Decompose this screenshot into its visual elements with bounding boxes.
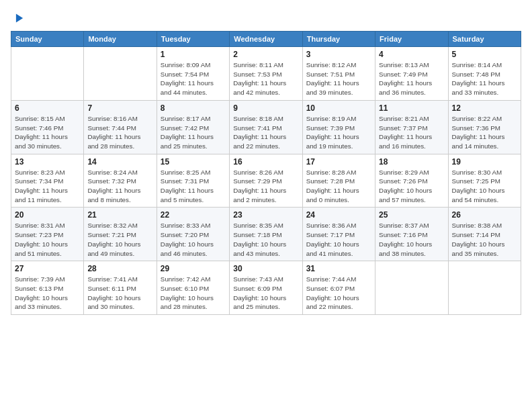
- logo: [11, 11, 27, 26]
- cell-info: Sunrise: 8:21 AM Sunset: 7:37 PM Dayligh…: [379, 114, 444, 151]
- cell-info: Sunrise: 8:16 AM Sunset: 7:44 PM Dayligh…: [87, 114, 152, 151]
- calendar-cell: 26Sunrise: 8:38 AM Sunset: 7:14 PM Dayli…: [448, 208, 521, 261]
- calendar-cell: 30Sunrise: 7:43 AM Sunset: 6:09 PM Dayli…: [230, 261, 302, 315]
- day-number: 6: [15, 103, 80, 113]
- day-number: 28: [87, 264, 152, 273]
- calendar-cell: 31Sunrise: 7:44 AM Sunset: 6:07 PM Dayli…: [302, 261, 375, 315]
- weekday-header-sunday: Sunday: [11, 32, 84, 47]
- calendar-cell: 1Sunrise: 8:09 AM Sunset: 7:54 PM Daylig…: [157, 47, 229, 101]
- calendar-cell: 22Sunrise: 8:33 AM Sunset: 7:20 PM Dayli…: [157, 208, 229, 261]
- calendar-cell: 4Sunrise: 8:13 AM Sunset: 7:49 PM Daylig…: [375, 47, 448, 101]
- day-number: 29: [161, 264, 226, 273]
- day-number: 16: [233, 157, 298, 167]
- cell-info: Sunrise: 8:17 AM Sunset: 7:42 PM Dayligh…: [161, 114, 226, 151]
- day-number: 22: [161, 210, 226, 220]
- cell-info: Sunrise: 8:19 AM Sunset: 7:39 PM Dayligh…: [306, 114, 371, 151]
- calendar-cell: 6Sunrise: 8:15 AM Sunset: 7:46 PM Daylig…: [11, 100, 84, 154]
- calendar-cell: [375, 261, 448, 315]
- day-number: 24: [306, 210, 371, 220]
- weekday-header-thursday: Thursday: [302, 32, 375, 47]
- cell-info: Sunrise: 8:36 AM Sunset: 7:17 PM Dayligh…: [306, 221, 371, 258]
- day-number: 4: [379, 50, 444, 59]
- cell-info: Sunrise: 8:14 AM Sunset: 7:48 PM Dayligh…: [452, 60, 517, 97]
- calendar-cell: 29Sunrise: 7:42 AM Sunset: 6:10 PM Dayli…: [157, 261, 229, 315]
- calendar-cell: 15Sunrise: 8:25 AM Sunset: 7:31 PM Dayli…: [157, 154, 229, 208]
- day-number: 25: [379, 210, 444, 220]
- day-number: 9: [233, 103, 298, 113]
- calendar-cell: 7Sunrise: 8:16 AM Sunset: 7:44 PM Daylig…: [84, 100, 157, 154]
- cell-info: Sunrise: 8:22 AM Sunset: 7:36 PM Dayligh…: [452, 114, 517, 151]
- cell-info: Sunrise: 8:28 AM Sunset: 7:28 PM Dayligh…: [306, 168, 371, 205]
- cell-info: Sunrise: 8:30 AM Sunset: 7:25 PM Dayligh…: [452, 168, 517, 205]
- cell-info: Sunrise: 8:11 AM Sunset: 7:53 PM Dayligh…: [233, 60, 298, 97]
- day-number: 3: [306, 50, 371, 59]
- day-number: 1: [161, 50, 226, 59]
- calendar-cell: 20Sunrise: 8:31 AM Sunset: 7:23 PM Dayli…: [11, 208, 84, 261]
- weekday-header-monday: Monday: [84, 32, 157, 47]
- calendar-cell: 12Sunrise: 8:22 AM Sunset: 7:36 PM Dayli…: [448, 100, 521, 154]
- calendar-week-row: 20Sunrise: 8:31 AM Sunset: 7:23 PM Dayli…: [11, 208, 521, 261]
- calendar-cell: 9Sunrise: 8:18 AM Sunset: 7:41 PM Daylig…: [230, 100, 302, 154]
- cell-info: Sunrise: 8:32 AM Sunset: 7:21 PM Dayligh…: [87, 221, 152, 258]
- day-number: 21: [87, 210, 152, 220]
- calendar-week-row: 27Sunrise: 7:39 AM Sunset: 6:13 PM Dayli…: [11, 261, 521, 315]
- calendar-cell: 5Sunrise: 8:14 AM Sunset: 7:48 PM Daylig…: [448, 47, 521, 101]
- day-number: 14: [87, 157, 152, 167]
- day-number: 30: [233, 264, 298, 273]
- cell-info: Sunrise: 8:23 AM Sunset: 7:34 PM Dayligh…: [15, 168, 80, 205]
- day-number: 23: [233, 210, 298, 220]
- cell-info: Sunrise: 8:18 AM Sunset: 7:41 PM Dayligh…: [233, 114, 298, 151]
- day-number: 10: [306, 103, 371, 113]
- calendar-cell: 25Sunrise: 8:37 AM Sunset: 7:16 PM Dayli…: [375, 208, 448, 261]
- day-number: 15: [161, 157, 226, 167]
- day-number: 17: [306, 157, 371, 167]
- weekday-header-friday: Friday: [375, 32, 448, 47]
- day-number: 5: [452, 50, 517, 59]
- cell-info: Sunrise: 8:35 AM Sunset: 7:18 PM Dayligh…: [233, 221, 298, 258]
- calendar-week-row: 13Sunrise: 8:23 AM Sunset: 7:34 PM Dayli…: [11, 154, 521, 208]
- calendar-cell: 8Sunrise: 8:17 AM Sunset: 7:42 PM Daylig…: [157, 100, 229, 154]
- day-number: 2: [233, 50, 298, 59]
- calendar-cell: 14Sunrise: 8:24 AM Sunset: 7:32 PM Dayli…: [84, 154, 157, 208]
- day-number: 11: [379, 103, 444, 113]
- calendar-cell: 11Sunrise: 8:21 AM Sunset: 7:37 PM Dayli…: [375, 100, 448, 154]
- cell-info: Sunrise: 8:26 AM Sunset: 7:29 PM Dayligh…: [233, 168, 298, 205]
- calendar-cell: 27Sunrise: 7:39 AM Sunset: 6:13 PM Dayli…: [11, 261, 84, 315]
- cell-info: Sunrise: 8:25 AM Sunset: 7:31 PM Dayligh…: [161, 168, 226, 205]
- weekday-header-tuesday: Tuesday: [157, 32, 229, 47]
- cell-info: Sunrise: 7:44 AM Sunset: 6:07 PM Dayligh…: [306, 275, 371, 312]
- cell-info: Sunrise: 7:39 AM Sunset: 6:13 PM Dayligh…: [15, 275, 80, 312]
- calendar-cell: 21Sunrise: 8:32 AM Sunset: 7:21 PM Dayli…: [84, 208, 157, 261]
- weekday-header-saturday: Saturday: [448, 32, 521, 47]
- calendar-cell: 23Sunrise: 8:35 AM Sunset: 7:18 PM Dayli…: [230, 208, 302, 261]
- day-number: 18: [379, 157, 444, 167]
- calendar-cell: 19Sunrise: 8:30 AM Sunset: 7:25 PM Dayli…: [448, 154, 521, 208]
- cell-info: Sunrise: 8:15 AM Sunset: 7:46 PM Dayligh…: [15, 114, 80, 151]
- day-number: 13: [15, 157, 80, 167]
- calendar-cell: [448, 261, 521, 315]
- calendar-cell: 16Sunrise: 8:26 AM Sunset: 7:29 PM Dayli…: [230, 154, 302, 208]
- cell-info: Sunrise: 8:31 AM Sunset: 7:23 PM Dayligh…: [15, 221, 80, 258]
- day-number: 19: [452, 157, 517, 167]
- logo-icon: [12, 11, 27, 26]
- cell-info: Sunrise: 8:29 AM Sunset: 7:26 PM Dayligh…: [379, 168, 444, 205]
- day-number: 20: [15, 210, 80, 220]
- day-number: 26: [452, 210, 517, 220]
- calendar-cell: 13Sunrise: 8:23 AM Sunset: 7:34 PM Dayli…: [11, 154, 84, 208]
- cell-info: Sunrise: 7:43 AM Sunset: 6:09 PM Dayligh…: [233, 275, 298, 312]
- calendar-cell: [84, 47, 157, 101]
- calendar-table: SundayMondayTuesdayWednesdayThursdayFrid…: [11, 31, 521, 315]
- cell-info: Sunrise: 7:41 AM Sunset: 6:11 PM Dayligh…: [87, 275, 152, 312]
- day-number: 27: [15, 264, 80, 273]
- weekday-header-wednesday: Wednesday: [230, 32, 302, 47]
- cell-info: Sunrise: 8:24 AM Sunset: 7:32 PM Dayligh…: [87, 168, 152, 205]
- svg-marker-0: [16, 13, 23, 22]
- calendar-cell: 3Sunrise: 8:12 AM Sunset: 7:51 PM Daylig…: [302, 47, 375, 101]
- calendar-cell: [11, 47, 84, 101]
- day-number: 7: [87, 103, 152, 113]
- calendar-week-row: 1Sunrise: 8:09 AM Sunset: 7:54 PM Daylig…: [11, 47, 521, 101]
- calendar-cell: 10Sunrise: 8:19 AM Sunset: 7:39 PM Dayli…: [302, 100, 375, 154]
- cell-info: Sunrise: 8:13 AM Sunset: 7:49 PM Dayligh…: [379, 60, 444, 97]
- calendar-cell: 17Sunrise: 8:28 AM Sunset: 7:28 PM Dayli…: [302, 154, 375, 208]
- calendar-cell: 28Sunrise: 7:41 AM Sunset: 6:11 PM Dayli…: [84, 261, 157, 315]
